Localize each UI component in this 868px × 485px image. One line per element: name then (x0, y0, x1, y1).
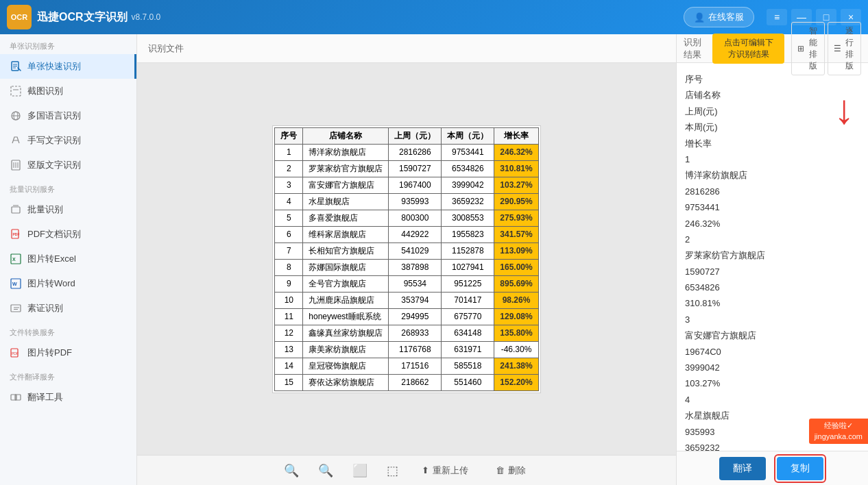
line-layout-icon: ☰ (834, 44, 841, 53)
sidebar-item-batch[interactable]: 批量识别 (0, 197, 136, 222)
col-header-this: 本周（元） (442, 127, 494, 144)
translate-button[interactable]: 翻译 (719, 457, 766, 480)
edit-hint-button[interactable]: 点击可编辑下方识别结果 (712, 34, 784, 64)
file-scan-icon (10, 60, 22, 73)
table-cell-last: 294995 (389, 308, 442, 325)
table-cell-no: 2 (275, 160, 303, 177)
copy-image-button[interactable]: ⬜ (348, 460, 372, 481)
reupload-button[interactable]: ⬆ 重新上传 (413, 461, 477, 480)
sidebar-item-img-pdf[interactable]: PDF 图片转PDF (0, 340, 136, 365)
col-header-last: 上周（元） (389, 127, 442, 144)
table-cell-rate: 152.20% (494, 374, 538, 390)
sidebar-item-translate-tool[interactable]: 翻译工具 (0, 385, 136, 410)
sidebar-item-label-screenshot: 截图识别 (27, 85, 63, 97)
pen-icon (10, 134, 22, 147)
watermark-text: 经验啦✓ (815, 421, 863, 431)
zoom-in-button[interactable]: 🔍 (280, 460, 303, 481)
table-cell-this: 3008553 (442, 210, 494, 226)
right-panel: 识别结果 点击可编辑下方识别结果 ⊞ 智能排版 ☰ 逐行排版 序号店铺名称上周(… (676, 34, 868, 485)
result-line: 增长率 (685, 136, 860, 151)
result-line: 3999042 (685, 360, 860, 375)
watermark: 经验啦✓ jingyanka.com (809, 419, 868, 444)
titlebar: OCR 迅捷OCR文字识别 v8.7.0.0 👤 在线客服 ≡ — □ × (0, 0, 868, 34)
sidebar-item-label-multilang: 多国语言识别 (27, 110, 81, 122)
table-row: 4水星旗舰店9359933659232290.95% (275, 193, 538, 210)
table-cell-rate: -46.30% (494, 341, 538, 358)
sidebar-item-pdf-ocr[interactable]: PDF PDF文档识别 (0, 222, 136, 247)
col-header-no: 序号 (275, 127, 303, 144)
table-cell-rate: 135.80% (494, 325, 538, 341)
result-line: 博洋家纺旗舰店 (685, 167, 860, 183)
svg-rect-22 (11, 305, 21, 312)
sidebar-item-label-img-word: 图片转Word (27, 277, 75, 290)
zoom-out-button[interactable]: 🔍 (314, 460, 337, 481)
sidebar-item-handwriting[interactable]: 手写文字识别 (0, 128, 136, 153)
table-cell-this: 1955823 (442, 226, 494, 242)
table-cell-rate: 290.95% (494, 193, 538, 210)
table-cell-this: 9753441 (442, 144, 494, 160)
table-cell-this: 3659232 (442, 193, 494, 210)
result-line: 19674C0 (685, 344, 860, 360)
result-content[interactable]: 序号店铺名称上周(元)本周(元)增长率1博洋家纺旗舰店2816286975344… (677, 63, 868, 451)
table-cell-no: 12 (275, 325, 303, 341)
table-cell-rate: 98.26% (494, 292, 538, 308)
table-cell-name: 赛依达家纺旗舰店 (303, 374, 389, 390)
table-cell-name: 博洋家纺旗舰店 (303, 144, 389, 160)
table-cell-no: 15 (275, 374, 303, 390)
delete-button[interactable]: 🗑 删除 (487, 461, 534, 480)
table-row: 8苏娜国际旗舰店3878981027941165.00% (275, 259, 538, 275)
identify-file-label: 识别文件 (148, 42, 184, 55)
user-icon: 👤 (694, 12, 705, 23)
table-cell-this: 551460 (442, 374, 494, 390)
table-cell-this: 1027941 (442, 259, 494, 275)
translate-icon (10, 391, 22, 403)
app-version: v8.7.0.0 (132, 12, 161, 22)
table-cell-no: 14 (275, 358, 303, 374)
fit-button[interactable]: ⬚ (383, 460, 402, 481)
result-line: 1590727 (685, 264, 860, 279)
main-layout: 单张识别服务 单张快速识别 截图识别 (0, 34, 868, 485)
table-cell-no: 11 (275, 308, 303, 325)
col-header-rate: 增长率 (494, 127, 538, 144)
table-row: 9全号官方旗舰店95534951225895.69% (275, 275, 538, 292)
table-cell-rate: 103.27% (494, 177, 538, 193)
globe-icon (10, 110, 22, 122)
sidebar-item-multilang[interactable]: 多国语言识别 (0, 103, 136, 128)
sidebar-item-img-excel[interactable]: X 图片转Excel (0, 247, 136, 271)
watermark-sub: jingyanka.com (815, 432, 863, 442)
table-row: 2罗莱家纺官方旗舰店15907276534826310.81% (275, 160, 538, 177)
result-line: 246.32% (685, 216, 860, 232)
content-area: 识别文件 序号 店铺名称 上周（元） 本周（元） 增长率 1博洋家纺 (137, 34, 676, 485)
sidebar-item-single-quick[interactable]: 单张快速识别 (0, 54, 136, 79)
menu-button[interactable]: ≡ (767, 9, 787, 25)
table-cell-this: 6534826 (442, 160, 494, 177)
table-cell-name: 苏娜国际旗舰店 (303, 259, 389, 275)
result-line: 上周(元) (685, 103, 860, 119)
sidebar-item-label-translate-tool: 翻译工具 (27, 391, 63, 403)
result-line: 6534826 (685, 279, 860, 295)
table-cell-last: 218662 (389, 374, 442, 390)
copy-button[interactable]: 复制 (777, 457, 823, 480)
table-cell-name: honeywest睡眠系统 (303, 308, 389, 325)
table-row: 15赛依达家纺旗舰店218662551460152.20% (275, 374, 538, 390)
sidebar-item-img-word[interactable]: W 图片转Word (0, 271, 136, 296)
table-cell-rate: 341.57% (494, 226, 538, 242)
table-cell-this: 631971 (442, 341, 494, 358)
upload-icon: ⬆ (422, 465, 429, 475)
online-service-button[interactable]: 👤 在线客服 (684, 7, 754, 27)
table-row: 1博洋家纺旗舰店28162869753441246.32% (275, 144, 538, 160)
sidebar-item-label-batch: 批量识别 (27, 203, 63, 216)
sidebar-item-screenshot[interactable]: 截图识别 (0, 79, 136, 103)
sidebar-item-id-card[interactable]: 素证识别 (0, 296, 136, 321)
col-header-name: 店铺名称 (303, 127, 389, 144)
table-row: 12鑫缘真丝家纺旗舰店268933634148135.80% (275, 325, 538, 341)
ocr-table-container: 序号 店铺名称 上周（元） 本周（元） 增长率 1博洋家纺旗舰店28162869… (272, 125, 540, 393)
svg-rect-4 (11, 86, 21, 96)
table-cell-no: 13 (275, 341, 303, 358)
sidebar-item-vertical[interactable]: 竖版文字识别 (0, 153, 136, 177)
table-cell-this: 1152878 (442, 242, 494, 259)
sidebar-section-batch: 批量识别服务 (0, 177, 136, 197)
table-cell-last: 442922 (389, 226, 442, 242)
id-card-icon (10, 302, 22, 314)
table-cell-rate: 310.81% (494, 160, 538, 177)
